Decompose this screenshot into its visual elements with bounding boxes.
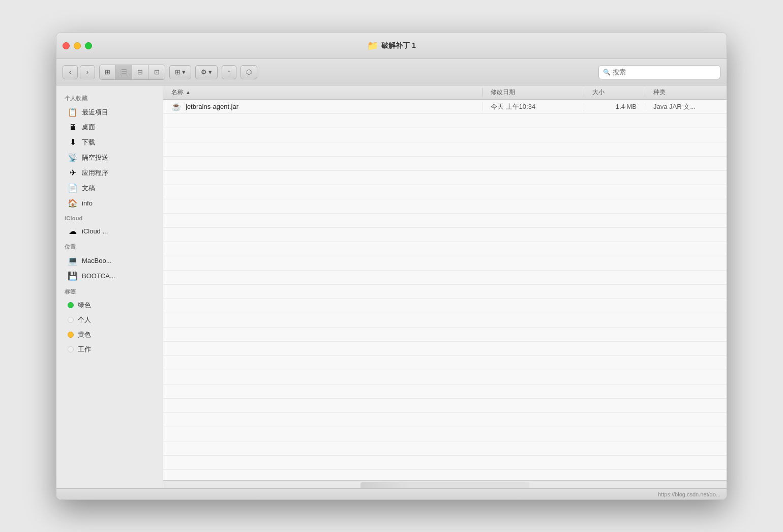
status-bar: https://blog.csdn.net/do... [56,488,727,499]
column-size[interactable]: 大小 [584,88,645,97]
window-title: 破解补丁 1 [381,41,416,50]
recent-icon: 📋 [68,107,78,117]
sidebar-item-applications[interactable]: ✈ 应用程序 [59,165,160,180]
sidebar-item-desktop[interactable]: 🖥 桌面 [59,120,160,134]
downloads-icon: ⬇ [68,137,78,147]
main-area: 个人收藏 📋 最近项目 🖥 桌面 ⬇ 下载 📡 隔空投送 ✈ 应用程序 [56,85,727,488]
forward-button[interactable]: › [80,65,95,79]
maximize-button[interactable] [85,42,92,49]
search-icon: 🔍 [603,69,611,76]
sidebar-item-info[interactable]: 🏠 info [59,196,160,211]
group-button[interactable]: ⊞ ▾ [169,65,191,79]
table-row[interactable]: ☕ jetbrains-agent.jar 今天 上午10:34 1.4 MB … [163,100,727,114]
empty-row [163,313,727,328]
share-button[interactable]: ↑ [222,65,236,79]
title-bar: 📁 破解补丁 1 [56,33,727,59]
empty-row [163,342,727,356]
sidebar-item-label: 绿色 [78,301,91,310]
empty-row [163,413,727,427]
empty-row [163,157,727,171]
empty-row [163,370,727,385]
toolbar: ‹ › ⊞ ☰ ⊟ ⊡ ⊞ ▾ ⚙ ▾ ↑ ⬡ 🔍 [56,59,727,85]
sidebar-item-label: 黄色 [78,330,91,339]
laptop-icon: 💻 [68,256,78,265]
share-icon: ↑ [227,68,231,76]
view-list-button[interactable]: ☰ [116,65,132,79]
view-buttons: ⊞ ☰ ⊟ ⊡ [99,65,165,80]
file-size-cell: 1.4 MB [584,103,645,110]
empty-row [163,427,727,441]
empty-row [163,128,727,142]
empty-row [163,399,727,413]
finder-window: 📁 破解补丁 1 ‹ › ⊞ ☰ ⊟ ⊡ ⊞ ▾ ⚙ ▾ ↑ ⬡ 🔍 [56,32,727,500]
view-column-button[interactable]: ⊟ [132,65,148,79]
sidebar-item-label: BOOTCA... [82,272,115,280]
empty-row [163,356,727,370]
group-icon: ⊞ [175,68,180,76]
sidebar-item-label: 桌面 [82,123,95,132]
sidebar-item-airdrop[interactable]: 📡 隔空投送 [59,150,160,165]
disk-icon: 💾 [68,271,78,281]
empty-row [163,171,727,185]
column-kind[interactable]: 种类 [645,88,727,97]
desktop-icon: 🖥 [68,123,78,132]
file-name-cell: ☕ jetbrains-agent.jar [163,102,483,111]
empty-row [163,228,727,242]
back-button[interactable]: ‹ [63,65,78,79]
sidebar-item-recent[interactable]: 📋 最近项目 [59,105,160,120]
empty-row [163,185,727,199]
settings-button[interactable]: ⚙ ▾ [195,65,218,79]
green-tag-dot [68,302,74,308]
folder-icon: 📁 [367,40,378,51]
column-kind-label: 种类 [653,88,666,97]
view-gallery-button[interactable]: ⊡ [148,65,165,79]
status-url: https://blog.csdn.net/do... [658,491,720,497]
sidebar-item-bootcamp[interactable]: 💾 BOOTCA... [59,269,160,283]
favorites-section-label: 个人收藏 [56,91,163,104]
file-area: 名称 ▲ 修改日期 大小 种类 ☕ jetbrains-age [163,85,727,488]
sidebar-item-label: info [82,199,93,207]
search-input[interactable] [613,68,716,76]
empty-row [163,214,727,228]
yellow-tag-dot [68,332,74,338]
chevron-down-icon: ▾ [182,68,186,76]
column-date[interactable]: 修改日期 [483,88,584,97]
file-type-icon: ☕ [171,102,182,111]
empty-row [163,242,727,256]
airdrop-icon: 📡 [68,153,78,162]
tag-button[interactable]: ⬡ [240,65,257,79]
column-name[interactable]: 名称 ▲ [163,88,483,97]
sidebar-item-tag-yellow[interactable]: 黄色 [59,328,160,342]
sidebar-item-tag-work[interactable]: 工作 [59,342,160,357]
empty-row [163,256,727,271]
sidebar-item-macbook[interactable]: 💻 MacBoo... [59,253,160,268]
sidebar-item-tag-green[interactable]: 绿色 [59,298,160,312]
chevron-down-icon: ▾ [208,68,212,76]
sidebar-item-downloads[interactable]: ⬇ 下载 [59,135,160,150]
home-icon: 🏠 [68,198,78,208]
minimize-button[interactable] [74,42,81,49]
tag-icon: ⬡ [246,68,252,76]
sidebar-item-label: 下载 [82,138,95,147]
empty-row [163,285,727,299]
view-icon-button[interactable]: ⊞ [100,65,116,79]
close-button[interactable] [63,42,70,49]
work-tag-dot [68,346,74,352]
empty-row [163,441,727,456]
empty-row [163,299,727,313]
column-date-label: 修改日期 [491,88,515,97]
sidebar-item-icloud[interactable]: ☁ iCloud ... [59,224,160,239]
empty-row [163,142,727,157]
traffic-lights [63,42,92,49]
locations-section-label: 位置 [56,239,163,253]
file-date-cell: 今天 上午10:34 [483,102,584,111]
sidebar-item-label: 个人 [78,315,91,324]
sidebar-item-documents[interactable]: 📄 文稿 [59,181,160,195]
empty-row [163,328,727,342]
file-name-text: jetbrains-agent.jar [186,103,238,110]
column-header: 名称 ▲ 修改日期 大小 种类 [163,85,727,100]
search-bar[interactable]: 🔍 [598,65,720,79]
sidebar-item-tag-personal[interactable]: 个人 [59,313,160,327]
empty-row [163,470,727,480]
sidebar-item-label: 隔空投送 [82,153,108,162]
